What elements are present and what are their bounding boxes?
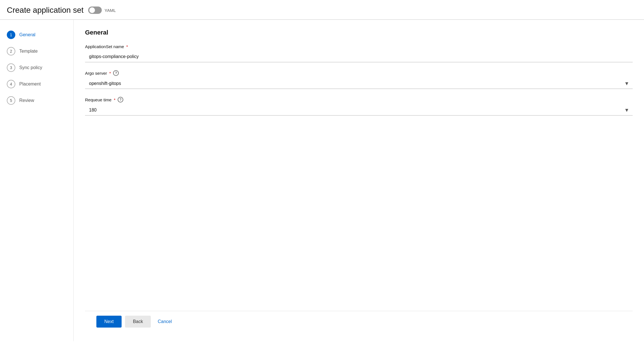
requeue-time-label-text: Requeue time xyxy=(85,97,111,102)
argo-server-label-text: Argo server xyxy=(85,71,107,76)
step-label-template: Template xyxy=(19,49,38,54)
argo-server-label: Argo server * ? xyxy=(85,70,633,76)
step-label-sync-policy: Sync policy xyxy=(19,65,42,70)
requeue-time-required-star: * xyxy=(114,97,115,102)
step-number-5: 5 xyxy=(7,96,15,105)
app-name-label: ApplicationSet name * xyxy=(85,44,633,49)
sidebar-item-placement[interactable]: 4 Placement xyxy=(0,76,73,92)
requeue-time-help-icon[interactable]: ? xyxy=(118,97,123,102)
step-number-4: 4 xyxy=(7,80,15,88)
main-content: 1 General 2 Template 3 Sync policy 4 Pla… xyxy=(0,20,644,341)
sidebar: 1 General 2 Template 3 Sync policy 4 Pla… xyxy=(0,20,74,341)
app-name-input[interactable] xyxy=(85,51,633,62)
sidebar-item-review[interactable]: 5 Review xyxy=(0,92,73,109)
step-number-2: 2 xyxy=(7,47,15,55)
step-label-review: Review xyxy=(19,98,34,103)
sidebar-item-general[interactable]: 1 General xyxy=(0,27,73,43)
cancel-button[interactable]: Cancel xyxy=(154,316,175,328)
app-name-label-text: ApplicationSet name xyxy=(85,44,124,49)
yaml-toggle-group: YAML xyxy=(88,7,116,14)
step-number-1: 1 xyxy=(7,31,15,39)
argo-server-select[interactable]: openshift-gitops xyxy=(85,78,633,89)
sidebar-item-template[interactable]: 2 Template xyxy=(0,43,73,59)
argo-server-select-wrapper: openshift-gitops ▼ xyxy=(85,78,633,89)
form-area: General ApplicationSet name * Argo serve… xyxy=(74,20,644,341)
requeue-time-select-wrapper: 180 60 120 300 ▼ xyxy=(85,105,633,116)
form-group-argo-server: Argo server * ? openshift-gitops ▼ xyxy=(85,70,633,89)
form-content: General ApplicationSet name * Argo serve… xyxy=(85,29,633,311)
back-button[interactable]: Back xyxy=(125,316,151,328)
page-title: Create application set xyxy=(7,6,84,15)
argo-server-required-star: * xyxy=(109,71,111,76)
sidebar-item-sync-policy[interactable]: 3 Sync policy xyxy=(0,59,73,76)
requeue-time-select[interactable]: 180 60 120 300 xyxy=(85,105,633,116)
step-label-placement: Placement xyxy=(19,82,41,87)
form-section-title: General xyxy=(85,29,633,36)
app-name-required-star: * xyxy=(126,44,128,49)
step-label-general: General xyxy=(19,32,35,37)
next-button[interactable]: Next xyxy=(96,316,122,328)
argo-server-help-icon[interactable]: ? xyxy=(113,70,119,76)
requeue-time-label: Requeue time * ? xyxy=(85,97,633,102)
form-footer: Next Back Cancel xyxy=(85,311,633,332)
form-group-app-name: ApplicationSet name * xyxy=(85,44,633,62)
page-header: Create application set YAML xyxy=(0,0,644,20)
yaml-label: YAML xyxy=(105,8,116,13)
yaml-toggle[interactable] xyxy=(88,7,102,14)
step-number-3: 3 xyxy=(7,63,15,72)
form-group-requeue-time: Requeue time * ? 180 60 120 300 ▼ xyxy=(85,97,633,116)
